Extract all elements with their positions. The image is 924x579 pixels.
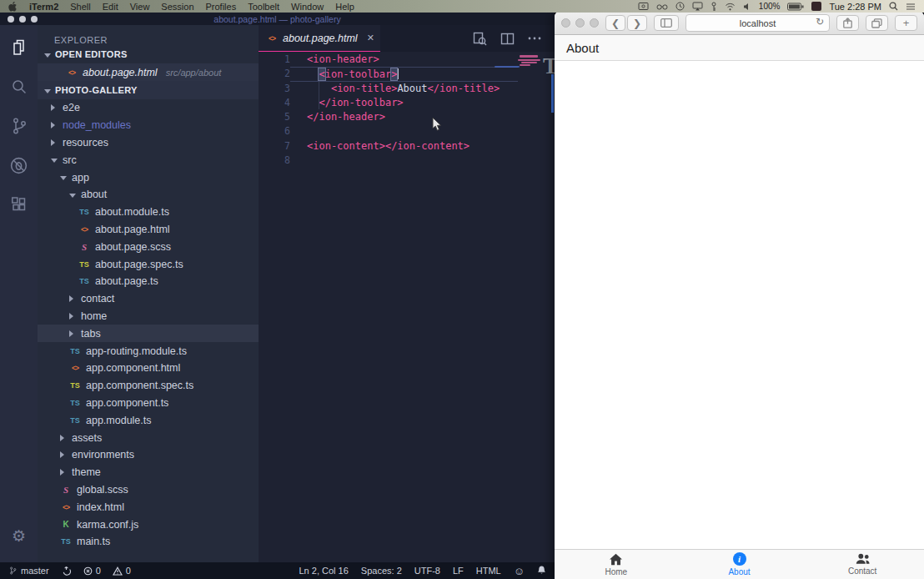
split-editor-icon[interactable] — [500, 33, 515, 45]
tree-item-app.module.ts[interactable]: TSapp.module.ts — [38, 411, 259, 429]
menu-item-session[interactable]: Session — [161, 2, 193, 12]
menu-item-view[interactable]: View — [130, 2, 150, 12]
tree-item-karma.conf.js[interactable]: Kkarma.conf.js — [38, 516, 259, 533]
code-line-3[interactable]: 3 <ion-title>About</ion-title> — [259, 82, 555, 96]
tree-item-environments[interactable]: environments — [38, 446, 259, 464]
code-line-6[interactable]: 6 — [259, 124, 555, 138]
notifications-bell-icon[interactable] — [537, 565, 546, 576]
statusbar-segment[interactable]: HTML — [476, 566, 501, 576]
code-line-4[interactable]: 4 </ion-toolbar> — [259, 96, 555, 110]
extensions-icon[interactable] — [8, 194, 30, 215]
git-branch-indicator[interactable]: master — [8, 566, 49, 576]
source-control-icon[interactable] — [8, 115, 30, 137]
share-button[interactable] — [836, 15, 859, 31]
tree-item-tabs[interactable]: tabs — [38, 325, 259, 342]
code-line-1[interactable]: 1<ion-header> — [259, 53, 555, 67]
window-controls[interactable] — [561, 18, 599, 28]
glasses-icon[interactable] — [656, 3, 668, 11]
battery-icon[interactable] — [787, 3, 804, 11]
menu-item-help[interactable]: Help — [335, 2, 354, 12]
spotlight-icon[interactable] — [889, 2, 898, 11]
tree-item-e2e[interactable]: e2e — [38, 99, 259, 117]
ion-tab-home[interactable]: Home — [555, 550, 678, 579]
key-icon[interactable] — [711, 2, 717, 12]
menu-item-profiles[interactable]: Profiles — [206, 2, 237, 12]
menu-item-shell[interactable]: Shell — [70, 2, 90, 12]
typescript-file-icon: TS — [69, 399, 81, 407]
code-line-5[interactable]: 5</ion-header> — [259, 110, 555, 124]
clock-icon[interactable] — [675, 2, 685, 11]
project-root-header[interactable]: PHOTO-GALLERY — [38, 81, 259, 99]
statusbar-segment[interactable]: UTF-8 — [414, 566, 440, 576]
menu-item-edit[interactable]: Edit — [103, 2, 118, 12]
vscode-statusbar: master 0 0 Ln 2, Col 16Spaces: 2UTF-8LFH… — [0, 562, 555, 579]
tree-item-app.component.spec.ts[interactable]: TSapp.component.spec.ts — [38, 377, 259, 395]
statusbar-segment[interactable]: Ln 2, Col 16 — [299, 566, 349, 576]
sidebar-toggle-button[interactable] — [654, 15, 679, 31]
tree-item-about.page.spec.ts[interactable]: TSabout.page.spec.ts — [38, 255, 259, 273]
tree-item-assets[interactable]: assets — [38, 429, 259, 446]
code-line-8[interactable]: 8 — [259, 154, 555, 168]
tree-item-index.html[interactable]: <>index.html — [38, 498, 259, 516]
airplay-icon[interactable] — [692, 2, 703, 11]
more-actions-icon[interactable] — [528, 37, 541, 40]
apple-menu-icon[interactable] — [8, 2, 18, 12]
tree-item-src[interactable]: src — [38, 151, 259, 169]
search-in-file-icon[interactable] — [473, 32, 487, 46]
tree-item-about[interactable]: about — [38, 186, 259, 204]
tree-item-app[interactable]: app — [38, 169, 259, 186]
tree-item-main.ts[interactable]: TSmain.ts — [38, 533, 259, 551]
sync-icon[interactable] — [61, 566, 72, 576]
tree-item-app-routing.module.ts[interactable]: TSapp-routing.module.ts — [38, 342, 259, 360]
input-source-icon[interactable] — [811, 2, 821, 11]
notification-center-icon[interactable] — [906, 3, 916, 11]
tree-item-home[interactable]: home — [38, 308, 259, 325]
menu-item-iterm2[interactable]: iTerm2 — [29, 2, 58, 12]
menu-item-toolbelt[interactable]: Toolbelt — [248, 2, 279, 12]
menubar-clock[interactable]: Tue 2:28 PM — [829, 2, 881, 12]
feedback-smiley-icon[interactable]: ☺ — [514, 565, 525, 577]
statusbar-segment[interactable]: LF — [453, 566, 464, 576]
tree-item-node_modules[interactable]: node_modules — [38, 117, 259, 134]
ion-tab-contact[interactable]: Contact — [801, 550, 924, 579]
tree-item-about.module.ts[interactable]: TSabout.module.ts — [38, 204, 259, 221]
forward-button[interactable]: ❯ — [627, 15, 647, 31]
tree-item-about.page.scss[interactable]: Sabout.page.scss — [38, 238, 259, 255]
explorer-icon[interactable] — [8, 37, 30, 58]
tree-item-resources[interactable]: resources — [38, 134, 259, 152]
open-editors-header[interactable]: OPEN EDITORS — [38, 45, 259, 63]
open-editor-item[interactable]: <> about.page.html src/app/about — [38, 63, 259, 81]
close-tab-icon[interactable]: ✕ — [367, 33, 374, 43]
volume-icon[interactable] — [743, 3, 751, 11]
camera-icon[interactable] — [638, 2, 649, 11]
tree-item-about.page.ts[interactable]: TSabout.page.ts — [38, 273, 259, 290]
new-tab-button[interactable]: + — [895, 15, 917, 31]
tab-about-page-html[interactable]: <> about.page.html ✕ — [259, 25, 380, 52]
tree-item-theme[interactable]: theme — [38, 464, 259, 481]
vscode-titlebar[interactable]: about.page.html — photo-gallery — [0, 13, 555, 25]
code-line-7[interactable]: 7<ion-content></ion-content> — [259, 139, 555, 154]
window-controls[interactable] — [8, 16, 38, 23]
ion-tab-about[interactable]: iAbout — [678, 550, 801, 579]
menu-item-window[interactable]: Window — [291, 2, 324, 12]
errors-indicator[interactable]: 0 — [83, 566, 101, 576]
back-button[interactable]: ❮ — [605, 15, 625, 31]
statusbar-segment[interactable]: Spaces: 2 — [361, 566, 402, 576]
debug-icon[interactable] — [8, 154, 30, 176]
wifi-icon[interactable] — [725, 3, 736, 11]
reload-icon[interactable]: ↻ — [816, 16, 824, 28]
tree-item-about.page.html[interactable]: <>about.page.html — [38, 221, 259, 239]
tree-item-contact[interactable]: contact — [38, 290, 259, 308]
minimap[interactable] — [513, 53, 546, 128]
settings-gear-icon[interactable]: ⚙ — [0, 528, 38, 544]
tab-overview-button[interactable] — [866, 15, 888, 31]
vscode-window: about.page.html — photo-gallery ⚙ EXPLOR — [0, 13, 555, 579]
code-line-2[interactable]: 2 <ion-toolbar> — [259, 67, 555, 81]
code-editor[interactable]: 1<ion-header>2 <ion-toolbar>3 <ion-title… — [259, 52, 555, 562]
tree-item-global.scss[interactable]: Sglobal.scss — [38, 481, 259, 499]
tree-item-app.component.html[interactable]: <>app.component.html — [38, 360, 259, 377]
address-bar[interactable]: localhost ↻ — [685, 14, 830, 32]
warnings-indicator[interactable]: 0 — [113, 566, 131, 576]
search-icon[interactable] — [8, 76, 30, 98]
tree-item-app.component.ts[interactable]: TSapp.component.ts — [38, 395, 259, 412]
